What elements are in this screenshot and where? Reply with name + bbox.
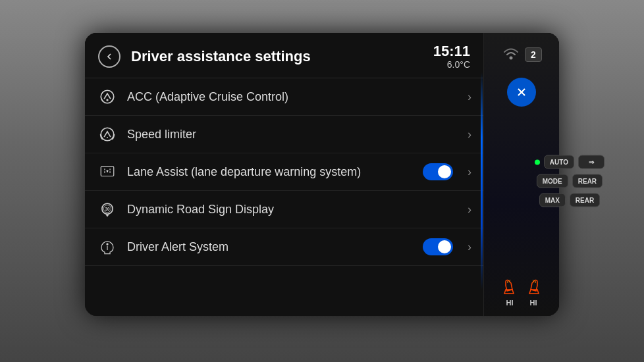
svg-point-10 — [510, 57, 513, 60]
top-controls-row: AUTO ⇒ — [535, 155, 604, 169]
bottom-controls-row: MAX REAR — [539, 194, 601, 207]
lane-assist-label: Lane Assist (lane departure warning syst… — [127, 165, 423, 179]
arrow-button[interactable]: ⇒ — [578, 155, 604, 169]
seat-heat-row: HI HI — [500, 278, 543, 307]
seat-heat-controls: HI HI — [500, 278, 543, 307]
acc-chevron: › — [468, 90, 471, 104]
acc-icon — [97, 88, 118, 106]
temperature: 6.0°C — [433, 59, 470, 70]
settings-menu: ACC (Adaptive Cruise Control) › — [85, 78, 483, 266]
road-sign-label: Dynamic Road Sign Display — [127, 203, 461, 217]
seat-heat-left-label: HI — [500, 299, 519, 307]
driver-alert-label: Driver Alert System — [127, 240, 423, 254]
wifi-icon — [501, 45, 521, 65]
svg-point-1 — [106, 99, 108, 101]
current-time: 15:11 — [433, 43, 470, 59]
physical-controls-panel: AUTO ⇒ MODE REAR MAX REAR — [535, 155, 604, 207]
road-sign-icon: 30 — [97, 200, 118, 219]
speed-limiter-icon — [97, 125, 118, 143]
menu-item-driver-alert[interactable]: Driver Alert System › — [85, 228, 483, 266]
menu-item-road-sign[interactable]: 30 Dynamic Road Sign Display › — [85, 191, 483, 228]
lane-assist-chevron: › — [468, 165, 471, 179]
close-button[interactable] — [507, 78, 536, 107]
seat-heat-right-label: HI — [524, 299, 543, 307]
page-title: Driver assistance settings — [131, 48, 433, 65]
seat-heat-left[interactable]: HI — [500, 278, 519, 307]
menu-item-lane-assist[interactable]: Lane Assist (lane departure warning syst… — [85, 153, 483, 191]
main-content: Driver assistance settings 15:11 6.0°C — [85, 33, 483, 316]
speed-limiter-label: Speed limiter — [127, 128, 461, 142]
seat-heat-right[interactable]: HI — [524, 278, 543, 307]
svg-point-8 — [106, 244, 108, 246]
infotainment-screen: Driver assistance settings 15:11 6.0°C — [85, 33, 559, 316]
rear2-button[interactable]: REAR — [570, 194, 600, 207]
lane-assist-toggle[interactable] — [423, 163, 453, 180]
signal-badge-row: 2 — [501, 45, 542, 65]
screen-header: Driver assistance settings 15:11 6.0°C — [85, 33, 483, 78]
speed-limiter-chevron: › — [468, 128, 471, 142]
led-row — [535, 159, 540, 165]
driver-alert-icon — [97, 238, 118, 256]
rear-button[interactable]: REAR — [572, 174, 603, 188]
mode-button[interactable]: MODE — [537, 174, 568, 188]
driver-alert-chevron: › — [468, 240, 471, 254]
network-badge: 2 — [525, 47, 542, 62]
menu-item-speed-limiter[interactable]: Speed limiter › — [85, 116, 483, 153]
svg-text:30: 30 — [105, 207, 110, 212]
auto-button[interactable]: AUTO — [544, 155, 574, 169]
svg-point-2 — [101, 128, 114, 141]
back-button[interactable] — [98, 45, 121, 68]
acc-label: ACC (Adaptive Cruise Control) — [127, 90, 461, 104]
mode-controls-row: MODE REAR — [537, 174, 603, 188]
blue-accent-line — [481, 72, 483, 290]
menu-item-acc[interactable]: ACC (Adaptive Cruise Control) › — [85, 78, 483, 116]
max-button[interactable]: MAX — [539, 194, 566, 207]
time-display: 15:11 6.0°C — [433, 43, 470, 70]
lane-assist-icon — [97, 163, 118, 181]
green-led — [535, 159, 540, 165]
road-sign-chevron: › — [468, 203, 471, 217]
driver-alert-toggle[interactable] — [423, 238, 453, 255]
